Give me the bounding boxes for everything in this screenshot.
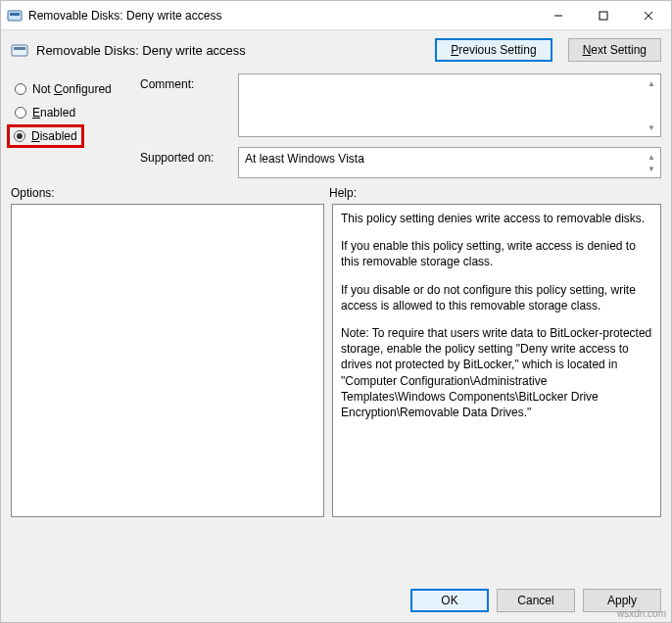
- radio-disabled-highlight: Disabled: [7, 124, 84, 148]
- comment-input[interactable]: ▲ ▼: [238, 73, 661, 137]
- ok-button[interactable]: OK: [410, 589, 489, 612]
- radio-not-configured[interactable]: Not Configured: [11, 77, 128, 101]
- supported-label: Supported on:: [140, 147, 228, 178]
- options-label: Options:: [11, 186, 329, 200]
- help-panel: This policy setting denies write access …: [332, 204, 661, 517]
- config-section: Not Configured Enabled Disabled Comment:: [1, 73, 671, 178]
- window-controls: [536, 1, 671, 29]
- supported-value: At least Windows Vista: [245, 152, 364, 166]
- options-panel: [11, 204, 324, 517]
- footer: OK Cancel Apply: [1, 579, 671, 622]
- supported-row: Supported on: At least Windows Vista ▲ ▼: [140, 147, 661, 178]
- window: Removable Disks: Deny write access Remov…: [0, 0, 672, 623]
- help-text: If you enable this policy setting, write…: [341, 238, 652, 269]
- subheader-title: Removable Disks: Deny write access: [36, 43, 419, 58]
- svg-rect-3: [600, 12, 607, 20]
- cancel-button[interactable]: Cancel: [497, 589, 575, 612]
- radio-icon: [15, 83, 26, 95]
- radio-group: Not Configured Enabled Disabled: [11, 73, 128, 178]
- next-setting-button[interactable]: Next Setting: [568, 38, 661, 62]
- maximize-button[interactable]: [581, 1, 626, 29]
- supported-display: At least Windows Vista ▲ ▼: [238, 147, 661, 178]
- svg-rect-7: [14, 47, 25, 50]
- minimize-button[interactable]: [536, 1, 581, 29]
- comment-row: Comment: ▲ ▼: [140, 73, 661, 137]
- radio-icon: [14, 130, 25, 142]
- scroll-up-icon[interactable]: ▲: [645, 76, 658, 90]
- help-label: Help:: [329, 186, 357, 200]
- help-text: If you disable or do not configure this …: [341, 282, 652, 313]
- fields: Comment: ▲ ▼ Supported on: At least Wind…: [140, 73, 661, 178]
- radio-enabled[interactable]: Enabled: [11, 101, 128, 124]
- app-icon: [7, 8, 23, 24]
- help-text: Note: To require that users write data t…: [341, 325, 652, 420]
- previous-setting-button[interactable]: Previous Setting: [435, 38, 552, 62]
- close-button[interactable]: [626, 1, 671, 29]
- radio-icon: [15, 107, 26, 119]
- subheader: Removable Disks: Deny write access Previ…: [1, 30, 671, 73]
- policy-icon: [11, 41, 28, 59]
- scroll-down-icon[interactable]: ▼: [645, 120, 658, 134]
- panels-labels: Options: Help:: [1, 178, 671, 204]
- radio-disabled[interactable]: Disabled: [14, 129, 77, 143]
- window-title: Removable Disks: Deny write access: [28, 9, 536, 23]
- panels: This policy setting denies write access …: [1, 204, 671, 517]
- scroll-down-icon[interactable]: ▼: [645, 162, 658, 175]
- comment-label: Comment:: [140, 73, 228, 137]
- watermark: wsxdn.com: [617, 608, 666, 619]
- help-text: This policy setting denies write access …: [341, 211, 652, 226]
- titlebar: Removable Disks: Deny write access: [1, 1, 671, 30]
- svg-rect-1: [10, 13, 20, 16]
- svg-rect-6: [12, 45, 27, 56]
